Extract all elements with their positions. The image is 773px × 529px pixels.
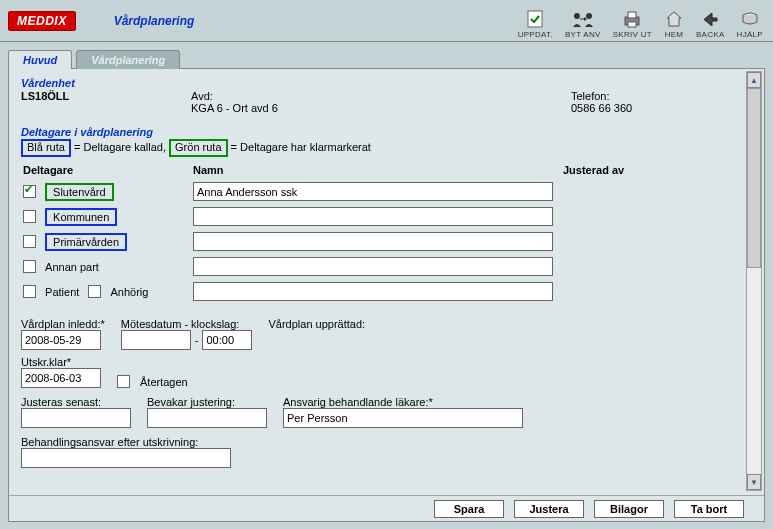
- scroll-down-button[interactable]: ▼: [747, 474, 761, 490]
- primarvarden-checkbox[interactable]: [23, 235, 36, 248]
- home-icon: [664, 9, 684, 29]
- participants-table: Deltagare Namn Justerad av Slutenvård: [21, 161, 732, 304]
- upprattad-label: Vårdplan upprättad:: [268, 318, 365, 330]
- patient-label: Patient: [45, 285, 79, 299]
- svg-rect-4: [628, 12, 636, 18]
- table-row: Patient Anhörig: [21, 279, 732, 304]
- kommunen-label: Kommunen: [45, 208, 117, 226]
- primarvarden-label: Primärvården: [45, 233, 127, 251]
- utskr-input[interactable]: [21, 368, 101, 388]
- refresh-label: UPPDAT.: [518, 31, 553, 39]
- avd-label: Avd:: [191, 90, 571, 102]
- app-logo: MEDDIX: [8, 11, 76, 31]
- vertical-scrollbar[interactable]: ▲ ▼: [746, 71, 762, 491]
- anhorig-checkbox[interactable]: [88, 285, 101, 298]
- table-row: Primärvården: [21, 229, 732, 254]
- motesdatum-input[interactable]: [121, 330, 191, 350]
- svg-rect-0: [528, 11, 542, 27]
- participants-heading: Deltagare i vårdplanering: [21, 126, 732, 138]
- home-label: HEM: [665, 31, 684, 39]
- adjust-button[interactable]: Justera: [514, 500, 584, 518]
- tab-planning[interactable]: Vårdplanering: [76, 50, 180, 69]
- back-label: BACKA: [696, 31, 725, 39]
- date-row-2: Utskr.klar* Återtagen: [21, 356, 732, 388]
- anhorig-label: Anhörig: [110, 285, 148, 299]
- svg-point-2: [586, 13, 592, 19]
- bevakar-input[interactable]: [147, 408, 267, 428]
- justeras-senast-label: Justeras senast:: [21, 396, 131, 408]
- care-unit-code: LS18ÖLL: [21, 90, 191, 114]
- date-row-1: Vårdplan inledd:* Mötesdatum - klockslag…: [21, 318, 732, 350]
- legend-green-desc: = Deltagare har klarmarkerat: [228, 141, 371, 153]
- slutenvard-label: Slutenvård: [45, 183, 114, 201]
- tel-label: Telefon:: [571, 90, 632, 102]
- legend-blue-desc: = Deltagare kallad,: [71, 141, 169, 153]
- care-unit-row: LS18ÖLL Avd: KGA 6 - Ort avd 6 Telefon: …: [21, 90, 732, 114]
- refresh-icon: [525, 9, 545, 29]
- annan-part-label: Annan part: [45, 260, 99, 274]
- help-label: HJÄLP: [737, 31, 763, 39]
- kommunen-checkbox[interactable]: [23, 210, 36, 223]
- tab-bar: Huvud Vårdplanering: [8, 50, 765, 69]
- annan-part-checkbox[interactable]: [23, 260, 36, 273]
- legend-green-box: Grön ruta: [169, 139, 227, 157]
- patient-checkbox[interactable]: [23, 285, 36, 298]
- panel-scroll-area: Vårdenhet LS18ÖLL Avd: KGA 6 - Ort avd 6…: [9, 69, 744, 493]
- button-bar: Spara Justera Bilagor Ta bort: [9, 495, 764, 521]
- back-icon: [700, 9, 720, 29]
- motesdatum-label: Mötesdatum - klockslag:: [121, 318, 253, 330]
- switch-user-button[interactable]: BYT ANV: [561, 7, 605, 41]
- tel-value: 0586 66 360: [571, 102, 632, 114]
- print-button[interactable]: SKRIV UT: [609, 7, 656, 41]
- content-area: Huvud Vårdplanering Vårdenhet LS18ÖLL Av…: [0, 42, 773, 529]
- top-toolbar: MEDDIX Vårdplanering UPPDAT. BYT ANV SKR…: [0, 0, 773, 42]
- app-title: Vårdplanering: [84, 14, 514, 28]
- atertagen-checkbox[interactable]: [117, 375, 130, 388]
- vardplan-inledd-label: Vårdplan inledd:*: [21, 318, 105, 330]
- ansvarig-label: Ansvarig behandlande läkare:*: [283, 396, 523, 408]
- slutenvard-name-input[interactable]: [193, 182, 553, 201]
- delete-button[interactable]: Ta bort: [674, 500, 744, 518]
- table-row: Slutenvård: [21, 179, 732, 204]
- attachments-button[interactable]: Bilagor: [594, 500, 664, 518]
- date-row-3: Justeras senast: Bevakar justering: Ansv…: [21, 396, 732, 428]
- scroll-thumb[interactable]: [747, 88, 761, 268]
- col-namn: Namn: [191, 161, 561, 179]
- col-justerad: Justerad av: [561, 161, 732, 179]
- klockslag-input[interactable]: [202, 330, 252, 350]
- table-row: Kommunen: [21, 204, 732, 229]
- toolbar-icons: UPPDAT. BYT ANV SKRIV UT HEM BACKA HJÄLP: [514, 0, 773, 41]
- help-button[interactable]: HJÄLP: [733, 7, 767, 41]
- print-label: SKRIV UT: [613, 31, 652, 39]
- main-panel: Vårdenhet LS18ÖLL Avd: KGA 6 - Ort avd 6…: [8, 68, 765, 522]
- behandlingsansvar-input[interactable]: [21, 448, 231, 468]
- vardplan-inledd-input[interactable]: [21, 330, 101, 350]
- legend-blue-box: Blå ruta: [21, 139, 71, 157]
- annan-part-name-input[interactable]: [193, 257, 553, 276]
- primarvarden-name-input[interactable]: [193, 232, 553, 251]
- svg-rect-5: [628, 22, 636, 27]
- refresh-button[interactable]: UPPDAT.: [514, 7, 557, 41]
- bevakar-label: Bevakar justering:: [147, 396, 267, 408]
- home-button[interactable]: HEM: [660, 7, 688, 41]
- col-deltagare: Deltagare: [21, 161, 191, 179]
- switch-user-icon: [569, 9, 597, 29]
- behandlingsansvar-label: Behandlingsansvar efter utskrivning:: [21, 436, 732, 448]
- ansvarig-input[interactable]: [283, 408, 523, 428]
- switch-user-label: BYT ANV: [565, 31, 601, 39]
- save-button[interactable]: Spara: [434, 500, 504, 518]
- time-separator: -: [195, 334, 199, 346]
- back-button[interactable]: BACKA: [692, 7, 729, 41]
- help-icon: [740, 9, 760, 29]
- justeras-senast-input[interactable]: [21, 408, 131, 428]
- utskr-label: Utskr.klar*: [21, 356, 101, 368]
- slutenvard-checkbox[interactable]: [23, 185, 36, 198]
- tab-main[interactable]: Huvud: [8, 50, 72, 69]
- printer-icon: [622, 9, 642, 29]
- patient-anhorig-name-input[interactable]: [193, 282, 553, 301]
- care-unit-heading: Vårdenhet: [21, 77, 732, 89]
- scroll-up-button[interactable]: ▲: [747, 72, 761, 88]
- kommunen-name-input[interactable]: [193, 207, 553, 226]
- behandlingsansvar-group: Behandlingsansvar efter utskrivning:: [21, 436, 732, 468]
- svg-point-1: [574, 13, 580, 19]
